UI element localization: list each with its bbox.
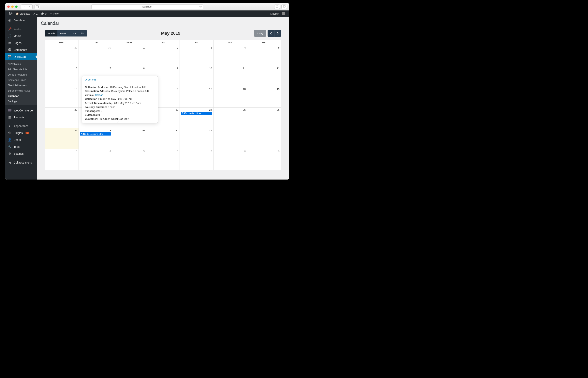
day-cell[interactable]: 6 (45, 66, 79, 87)
day-cell[interactable]: 30 (146, 128, 180, 149)
day-cell[interactable]: 17 (180, 87, 214, 107)
day-cell[interactable]: 30 (79, 45, 112, 66)
forward-button[interactable]: › (27, 4, 32, 9)
day-cell[interactable]: 20 (45, 108, 79, 128)
share-icon[interactable] (274, 4, 280, 9)
back-button[interactable]: ‹ (21, 4, 27, 9)
menu-users[interactable]: 👤Users (5, 136, 37, 143)
sub-geofence[interactable]: Geofence Rules (5, 77, 37, 83)
sub-calendar[interactable]: Calendar (5, 93, 37, 99)
day-cell[interactable]: 2 (247, 128, 281, 149)
updates-link[interactable]: ⟳1 (31, 11, 39, 17)
reload-icon[interactable]: ⟳ (200, 5, 202, 8)
new-link[interactable]: ＋New (48, 11, 60, 17)
day-cell[interactable]: 19 (247, 87, 281, 107)
maximize-button[interactable] (15, 6, 18, 8)
menu-woocommerce[interactable]: WooCommerce (5, 107, 37, 114)
plug-icon: 🔌 (8, 131, 12, 135)
vehicle-link[interactable]: Saloon (95, 94, 103, 96)
day-cell[interactable]: 247:30aLeeds, UK => Lo (180, 108, 214, 128)
site-link[interactable]: 🏠sandbox (14, 11, 31, 17)
day-number: 5 (113, 150, 145, 153)
day-cell[interactable]: 8 (214, 149, 247, 170)
sub-surge-pricing[interactable]: Surge Pricing Rules (5, 88, 37, 93)
sub-settings[interactable]: Settings (5, 99, 37, 104)
day-cell[interactable]: 27 (45, 128, 79, 149)
day-number: 18 (215, 88, 246, 91)
day-cell[interactable]: 3 (45, 149, 79, 170)
account-link[interactable]: Hi, admin (267, 11, 287, 17)
day-number: 9 (248, 150, 280, 153)
svg-rect-2 (283, 6, 285, 8)
menu-settings[interactable]: ⚙Settings (5, 150, 37, 157)
sub-all-vehicles[interactable]: All Vehicles (5, 61, 37, 67)
day-cell[interactable]: 31 (180, 128, 214, 149)
collapse-icon: ◀ (8, 161, 12, 164)
menu-products[interactable]: ▦Products (5, 114, 37, 121)
day-cell[interactable]: 4 (79, 149, 112, 170)
collapse-menu[interactable]: ◀Collapse menu (5, 159, 37, 166)
dow-header: Thu (146, 40, 180, 45)
sub-vehicle-features[interactable]: Vehicle Features (5, 72, 37, 77)
dow-header: Tue (79, 40, 112, 45)
menu-pages[interactable]: ▤Pages (5, 40, 37, 46)
day-cell[interactable]: 1 (214, 128, 247, 149)
day-headers: MonTueWedThuFriSatSun (45, 40, 281, 45)
day-cell[interactable]: 29 (112, 128, 146, 149)
tabs-icon[interactable] (281, 4, 287, 9)
view-list[interactable]: list (79, 30, 87, 37)
day-cell[interactable]: 10 (180, 66, 214, 87)
menu-dashboard[interactable]: ◉Dashboard (5, 17, 37, 24)
menu-comments[interactable]: 💬Comments (5, 46, 37, 53)
order-link[interactable]: Order #48 (85, 78, 96, 81)
view-day[interactable]: day (69, 30, 79, 37)
day-number: 5 (248, 46, 280, 49)
sub-add-vehicle[interactable]: Add New Vehicle (5, 67, 37, 72)
day-cell[interactable]: 1 (112, 45, 146, 66)
calendar-event[interactable]: 7:30a10 Downing Stre (80, 132, 111, 135)
day-number: 7 (181, 150, 212, 153)
day-cell[interactable]: 7 (180, 149, 214, 170)
menu-posts[interactable]: 📌Posts (5, 26, 37, 33)
day-cell[interactable]: 287:30a10 Downing Stre (79, 128, 112, 149)
view-month[interactable]: month (45, 30, 57, 37)
view-week[interactable]: week (57, 30, 69, 37)
day-cell[interactable]: 9 (247, 149, 281, 170)
week-row: 3456789 (45, 149, 281, 170)
day-cell[interactable]: 4 (214, 45, 247, 66)
minimize-button[interactable] (11, 6, 14, 8)
day-cell[interactable]: 12 (247, 66, 281, 87)
day-cell[interactable]: 26 (247, 108, 281, 128)
day-cell[interactable]: 29 (45, 45, 79, 66)
today-button[interactable]: today (254, 30, 266, 37)
wp-logo[interactable] (7, 11, 14, 17)
event-popover: Order #48 Collection Address: 10 Downing… (82, 76, 158, 123)
day-cell[interactable]: 5 (112, 149, 146, 170)
day-cell[interactable]: 25 (214, 108, 247, 128)
day-cell[interactable]: 2 (146, 45, 180, 66)
menu-plugins[interactable]: 🔌Plugins1 (5, 129, 37, 136)
sidebar-toggle-icon[interactable] (35, 4, 40, 9)
comments-link[interactable]: 💬0 (39, 11, 48, 17)
url-bar[interactable]: localhost ⟳ (91, 4, 203, 9)
day-cell[interactable]: 6 (146, 149, 180, 170)
wp-adminbar: 🏠sandbox ⟳1 💬0 ＋New Hi, admin (5, 11, 289, 17)
menu-appearance[interactable]: 🖌Appearance (5, 123, 37, 129)
day-cell[interactable]: 5 (247, 45, 281, 66)
prev-button[interactable] (268, 30, 274, 37)
next-button[interactable] (274, 30, 281, 37)
day-cell[interactable]: 13 (45, 87, 79, 107)
menu-tools[interactable]: 🔧Tools (5, 143, 37, 150)
menu-quickcab[interactable]: 🏁QuickCab (5, 53, 37, 60)
day-number: 19 (248, 88, 280, 91)
day-cell[interactable]: 11 (214, 66, 247, 87)
day-cell[interactable]: 18 (214, 87, 247, 107)
view-buttons: month week day list (45, 30, 87, 37)
close-button[interactable] (7, 6, 10, 8)
products-icon: ▦ (8, 115, 12, 119)
day-cell[interactable]: 3 (180, 45, 214, 66)
calendar-event[interactable]: 7:30aLeeds, UK => Lo (181, 112, 212, 115)
sub-fixed-addresses[interactable]: Fixed Addresses (5, 83, 37, 88)
menu-media[interactable]: 🎵Media (5, 33, 37, 40)
day-number: 2 (248, 129, 280, 132)
